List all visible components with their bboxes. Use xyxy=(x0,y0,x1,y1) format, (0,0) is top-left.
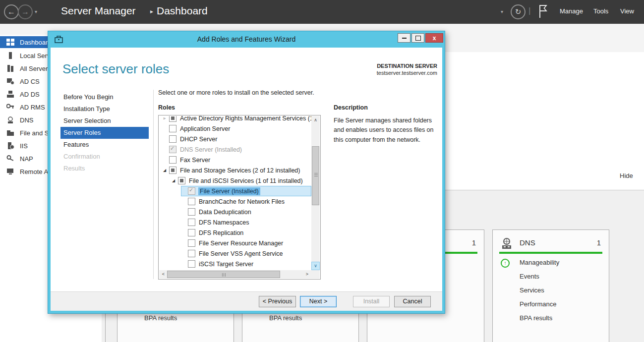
nap-icon xyxy=(6,155,15,162)
tree-expanded-icon[interactable]: ◢ xyxy=(160,168,169,172)
dialog-titlebar[interactable]: Add Roles and Features Wizard x xyxy=(48,31,445,48)
role-row-dns-server[interactable]: ✓ DNS Server (Installed) xyxy=(159,144,311,155)
cancel-button[interactable]: Cancel xyxy=(394,296,431,307)
vertical-scroll-thumb[interactable] xyxy=(312,146,319,205)
role-row-fs-vss-agent[interactable]: File Server VSS Agent Service xyxy=(159,248,311,259)
role-checkbox-checked[interactable]: ✓ xyxy=(169,146,176,153)
role-checkbox[interactable] xyxy=(188,219,195,226)
tile-count: 1 xyxy=(597,238,601,247)
maximize-icon xyxy=(415,36,421,41)
close-button[interactable]: x xyxy=(425,33,443,43)
role-row-fax-server[interactable]: Fax Server xyxy=(159,155,311,165)
step-before-you-begin[interactable]: Before You Begin xyxy=(60,91,149,103)
remote-access-icon xyxy=(6,168,15,175)
role-row-data-deduplication[interactable]: Data Deduplication xyxy=(159,207,311,217)
minimize-button[interactable] xyxy=(398,33,410,43)
sidebar-item-label: AD DS xyxy=(20,91,40,98)
sidebar-item-label: AD CS xyxy=(20,78,40,85)
role-checkbox[interactable] xyxy=(169,125,176,132)
role-row-dfs-replication[interactable]: DFS Replication xyxy=(159,228,311,238)
role-row-branchcache[interactable]: BranchCache for Network Files xyxy=(159,196,311,207)
step-server-selection[interactable]: Server Selection xyxy=(60,115,149,127)
vertical-scrollbar[interactable]: ∧ ∨ xyxy=(311,116,320,270)
scrollbar-corner xyxy=(311,270,320,279)
refresh-caret-icon[interactable]: ▾ xyxy=(501,9,503,14)
role-row-dfs-namespaces[interactable]: DFS Namespaces xyxy=(159,217,311,228)
manageability-status-icon: ↑ xyxy=(501,259,510,268)
steps-divider xyxy=(153,90,154,279)
tile-item-manageability[interactable]: Manageability xyxy=(520,259,559,266)
tile-dns[interactable]: DNS 1 ↑ Manageability Events Services Pe… xyxy=(492,229,609,342)
role-checkbox-indeterminate[interactable] xyxy=(178,177,185,184)
sidebar-item-label: Dashboard xyxy=(20,39,52,46)
role-row-adrms[interactable]: ▹ Active Directory Rights Management Ser… xyxy=(159,116,311,123)
role-checkbox[interactable] xyxy=(188,260,195,268)
next-button[interactable]: Next > xyxy=(300,296,337,307)
horizontal-scrollbar[interactable]: < > xyxy=(159,270,311,279)
scroll-down-icon[interactable]: ∨ xyxy=(311,262,320,270)
tile-count: 1 xyxy=(472,238,476,247)
destination-server-name: testserver.testserver.com xyxy=(377,70,437,76)
menu-view[interactable]: View xyxy=(620,7,634,15)
all-servers-icon xyxy=(6,65,15,72)
role-row-file-storage-services[interactable]: ◢ File and Storage Services (2 of 12 ins… xyxy=(159,165,311,175)
iis-icon xyxy=(6,142,15,149)
role-checkbox-indeterminate[interactable] xyxy=(169,167,176,174)
tile-item-performance[interactable]: Performance xyxy=(520,300,556,308)
tile-item-services[interactable]: Services xyxy=(520,286,544,294)
role-checkbox[interactable] xyxy=(169,156,176,164)
role-checkbox-checked[interactable]: ✓ xyxy=(188,187,195,195)
role-checkbox[interactable] xyxy=(188,239,195,247)
breadcrumb-separator-icon: ▸ xyxy=(150,8,153,15)
menu-manage[interactable]: Manage xyxy=(560,7,583,15)
nav-history-caret-icon[interactable]: ▾ xyxy=(35,9,37,14)
hide-link[interactable]: Hide xyxy=(620,172,633,179)
dns-icon xyxy=(6,116,15,123)
role-row-dhcp-server[interactable]: DHCP Server xyxy=(159,134,311,144)
scroll-up-icon[interactable]: ∧ xyxy=(311,116,320,124)
role-checkbox[interactable] xyxy=(188,208,195,216)
instruction-text: Select one or more roles to install on t… xyxy=(158,89,314,96)
minimize-icon xyxy=(402,38,407,39)
step-server-roles[interactable]: Server Roles xyxy=(60,127,149,139)
dialog-title: Add Roles and Features Wizard xyxy=(48,35,445,43)
menu-tools[interactable]: Tools xyxy=(593,7,608,15)
step-installation-type[interactable]: Installation Type xyxy=(60,103,149,115)
top-nav-bar: ← → ▾ Server Manager ▸ Dashboard ▾ ↻ | M… xyxy=(0,0,644,24)
tile-item-bpa-results[interactable]: BPA results xyxy=(520,314,552,322)
back-button[interactable]: ← xyxy=(4,4,19,19)
maximize-button[interactable] xyxy=(411,33,424,43)
role-checkbox[interactable] xyxy=(188,250,195,257)
role-checkbox[interactable] xyxy=(188,198,195,205)
step-features[interactable]: Features xyxy=(60,139,149,151)
role-checkbox[interactable] xyxy=(169,116,176,122)
tile-item-bpa-results[interactable]: BPA results xyxy=(269,314,302,322)
role-checkbox[interactable] xyxy=(188,229,195,236)
horizontal-scroll-thumb[interactable] xyxy=(167,271,280,278)
role-row-fs-resource-manager[interactable]: File Server Resource Manager xyxy=(159,238,311,248)
scroll-left-icon[interactable]: < xyxy=(159,270,168,279)
forward-button[interactable]: → xyxy=(18,4,33,19)
dashboard-icon xyxy=(6,39,15,46)
notifications-flag-icon[interactable] xyxy=(538,4,548,21)
tile-item-events[interactable]: Events xyxy=(520,273,539,280)
tile-status-bar xyxy=(499,252,602,254)
role-row-file-server-selected[interactable]: ✓ File Server (Installed) xyxy=(159,186,311,196)
role-checkbox[interactable] xyxy=(169,135,176,143)
tree-collapsed-icon[interactable]: ▹ xyxy=(160,116,169,120)
previous-button[interactable]: < Previous xyxy=(259,296,296,307)
sidebar-item-label: NAP xyxy=(20,155,33,163)
role-row-application-server[interactable]: Application Server xyxy=(159,123,311,134)
roles-listbox: ▹ Active Directory Rights Management Ser… xyxy=(158,115,321,280)
role-row-file-iscsi-services[interactable]: ◢ File and iSCSI Services (1 of 11 insta… xyxy=(159,175,311,186)
tree-expanded-icon[interactable]: ◢ xyxy=(169,178,178,183)
check-icon: ✓ xyxy=(170,145,175,152)
role-row-iscsi-target-server[interactable]: iSCSI Target Server xyxy=(159,259,311,269)
selected-role-highlight[interactable]: ✓ File Server (Installed) xyxy=(181,186,311,196)
tile-item-bpa-results[interactable]: BPA results xyxy=(144,314,177,322)
scroll-right-icon[interactable]: > xyxy=(303,270,311,279)
refresh-icon[interactable]: ↻ xyxy=(511,4,526,19)
install-button[interactable]: Install xyxy=(353,296,390,307)
breadcrumb-current[interactable]: Dashboard xyxy=(157,5,208,17)
breadcrumb-root[interactable]: Server Manager xyxy=(61,5,136,17)
